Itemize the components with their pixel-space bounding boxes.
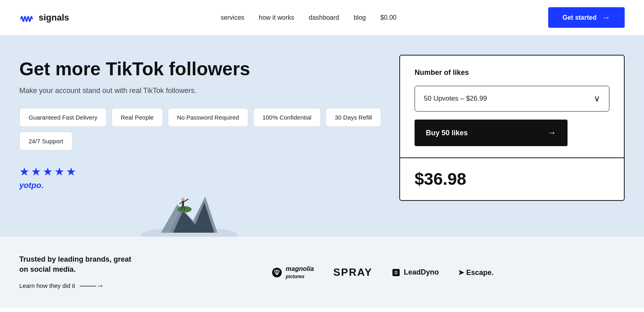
star-5: ★ bbox=[66, 165, 76, 178]
brands-logos: magnoliapictures SPRAY D LeadDyno ➤ Esca… bbox=[140, 265, 625, 280]
star-4: ★ bbox=[54, 165, 64, 178]
magnolia-icon bbox=[271, 267, 283, 278]
badge-no-password: No Password Required bbox=[168, 108, 248, 127]
star-1: ★ bbox=[19, 165, 29, 178]
badge-support: 24/7 Support bbox=[19, 132, 72, 151]
brands-link-text: Learn how they did it bbox=[19, 282, 75, 289]
brand-escape: ➤ Escape. bbox=[458, 268, 493, 277]
hero-section: Get more TikTok followers Make your acco… bbox=[0, 35, 644, 237]
svg-text:D: D bbox=[395, 271, 398, 275]
nav-links: services how it works dashboard blog $0.… bbox=[221, 14, 396, 21]
svg-line-7 bbox=[184, 199, 188, 202]
hero-left: Get more TikTok followers Make your acco… bbox=[19, 55, 383, 190]
logo-text: signals bbox=[39, 12, 69, 23]
star-rating: ★ ★ ★ ★ ★ bbox=[19, 165, 76, 178]
get-started-button[interactable]: Get started → bbox=[548, 7, 625, 28]
badge-refill: 30 Days Refill bbox=[326, 108, 382, 127]
badge-confidential: 100% Confidential bbox=[253, 108, 321, 127]
card-top: Number of likes 50 Upvotes – $26.99 ∨ Bu… bbox=[400, 56, 624, 157]
card-bottom: $36.98 bbox=[400, 157, 624, 200]
buy-button[interactable]: Buy 50 likes → bbox=[415, 120, 568, 146]
brands-text: Trusted by leading brands, great on soci… bbox=[19, 254, 140, 290]
spray-label: SPRAY bbox=[333, 266, 372, 279]
star-3: ★ bbox=[43, 165, 53, 178]
select-value: 50 Upvotes – $26.99 bbox=[424, 95, 487, 103]
feature-badges: Guaranteed Fast Delivery Real People No … bbox=[19, 108, 383, 151]
brands-section: Trusted by leading brands, great on soci… bbox=[0, 237, 644, 308]
star-2: ★ bbox=[31, 165, 41, 178]
nav-blog[interactable]: blog bbox=[354, 14, 366, 21]
hero-illustration bbox=[137, 148, 242, 237]
buy-label: Buy 50 likes bbox=[426, 129, 468, 137]
badge-real-people: Real People bbox=[111, 108, 163, 127]
svg-point-11 bbox=[272, 268, 282, 277]
card-label: Number of likes bbox=[415, 68, 609, 77]
chevron-down-icon: ∨ bbox=[594, 93, 600, 104]
price-display: $36.98 bbox=[415, 169, 609, 189]
hero-right: Number of likes 50 Upvotes – $26.99 ∨ Bu… bbox=[399, 55, 625, 201]
brand-spray: SPRAY bbox=[333, 266, 372, 279]
get-started-label: Get started bbox=[563, 14, 597, 21]
rating: ★ ★ ★ ★ ★ yotpo. bbox=[19, 165, 76, 190]
navbar: signals services how it works dashboard … bbox=[0, 0, 644, 35]
learn-arrow-icon: ——→ bbox=[80, 281, 104, 290]
nav-how-it-works[interactable]: how it works bbox=[259, 14, 294, 21]
brands-heading: Trusted by leading brands, great on soci… bbox=[19, 254, 140, 275]
brand-magnolia: magnoliapictures bbox=[271, 265, 314, 280]
svg-point-6 bbox=[182, 198, 185, 201]
escape-label: ➤ Escape. bbox=[458, 268, 493, 277]
yotpo-brand: yotpo. bbox=[19, 181, 76, 190]
leaddyno-icon: D bbox=[392, 268, 400, 277]
quantity-select[interactable]: 50 Upvotes – $26.99 ∨ bbox=[415, 86, 609, 112]
product-card: Number of likes 50 Upvotes – $26.99 ∨ Bu… bbox=[399, 55, 625, 201]
hero-title: Get more TikTok followers bbox=[19, 59, 383, 79]
logo[interactable]: signals bbox=[19, 10, 69, 25]
mountain-svg bbox=[137, 156, 242, 237]
buy-arrow-icon: → bbox=[547, 128, 556, 138]
logo-icon bbox=[19, 10, 35, 25]
nav-dashboard[interactable]: dashboard bbox=[309, 14, 339, 21]
nav-price: $0.00 bbox=[380, 14, 396, 21]
brands-link[interactable]: Learn how they did it ——→ bbox=[19, 281, 140, 290]
nav-services[interactable]: services bbox=[221, 14, 244, 21]
brand-leaddyno: D LeadDyno bbox=[392, 268, 439, 277]
svg-line-8 bbox=[180, 202, 182, 204]
badge-guaranteed-delivery: Guaranteed Fast Delivery bbox=[19, 108, 107, 127]
hero-subtitle: Make your account stand out with real Ti… bbox=[19, 87, 383, 95]
get-started-arrow-icon: → bbox=[602, 13, 610, 22]
